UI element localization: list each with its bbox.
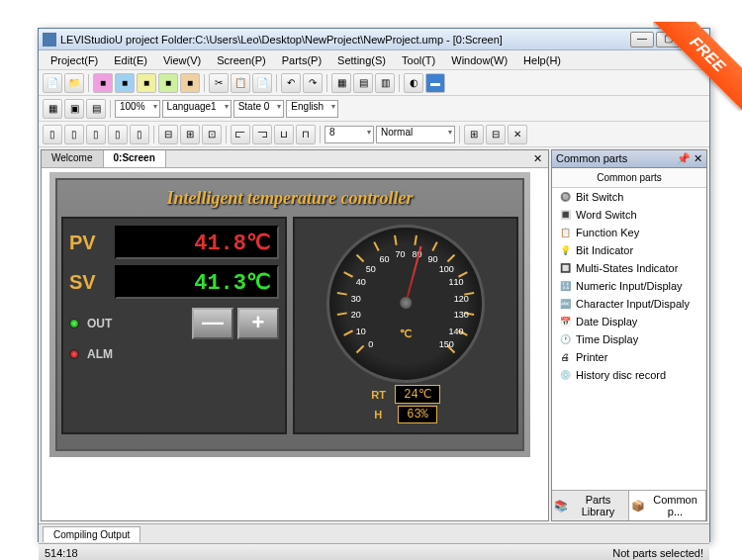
tool-icon[interactable]: ■ (180, 73, 200, 93)
align-icon[interactable]: ▯ (43, 125, 62, 144)
status-message: Not parts selected! (612, 547, 703, 559)
titlebar: LEVIStudioU project Folder:C:\Users\Leo\… (39, 29, 709, 50)
align-icon[interactable]: ⊔ (274, 125, 294, 144)
align-icon[interactable]: ⫎ (252, 125, 272, 144)
zoom-select[interactable]: 100% (115, 100, 160, 118)
tool-icon[interactable]: ▦ (331, 73, 351, 93)
part-item[interactable]: 🕐Time Display (552, 330, 706, 348)
tab-parts-library[interactable]: 📚Parts Library (552, 491, 629, 520)
align-icon[interactable]: ⊓ (296, 125, 316, 144)
align-icon[interactable]: ⊡ (202, 125, 222, 144)
new-icon[interactable]: 📄 (43, 73, 62, 93)
part-label: Date Display (576, 316, 637, 327)
tab-common-parts[interactable]: 📦Common p... (629, 491, 706, 520)
language-select[interactable]: Language1 (162, 100, 232, 118)
rt-display: 24℃ (395, 385, 439, 404)
redo-icon[interactable]: ↷ (303, 73, 323, 93)
panel-title: Common parts 📌 ✕ (552, 150, 706, 168)
state-select[interactable]: State 0 (233, 100, 285, 118)
tool-icon[interactable]: ▤ (86, 99, 106, 119)
locale-select[interactable]: English (286, 100, 338, 118)
part-label: Time Display (576, 333, 638, 345)
menu-project[interactable]: Project(F) (43, 52, 106, 68)
align-icon[interactable]: ⫍ (231, 125, 250, 144)
part-item[interactable]: 💡Bit Indicator (552, 241, 706, 259)
menu-edit[interactable]: Edit(E) (106, 52, 155, 68)
part-item[interactable]: 🔳Word Switch (552, 206, 706, 224)
part-item[interactable]: 🔢Numeric Input/Display (552, 277, 706, 295)
menu-tool[interactable]: Tool(T) (394, 52, 443, 68)
tool-icon[interactable]: ⊟ (486, 125, 506, 144)
window-title: LEVIStudioU project Folder:C:\Users\Leo\… (60, 34, 630, 46)
align-icon[interactable]: ▯ (64, 125, 84, 144)
gauge-tick-label: 110 (449, 277, 464, 287)
part-item[interactable]: 📅Date Display (552, 313, 706, 330)
open-icon[interactable]: 📁 (64, 73, 84, 93)
tool-icon[interactable]: ■ (137, 73, 156, 93)
minimize-button[interactable]: — (630, 32, 654, 47)
gauge-tick-label: 140 (449, 327, 464, 336)
gauge-tick-label: 90 (427, 254, 437, 264)
panel-pin-icon[interactable]: 📌 ✕ (677, 152, 702, 165)
tool-icon[interactable]: ■ (158, 73, 178, 93)
cut-icon[interactable]: ✂ (209, 73, 229, 93)
toolbar-main: 📄 📁 ■ ■ ■ ■ ■ ✂ 📋 📄 ↶ ↷ ▦ ▤ ▥ ◐ ▬ (39, 70, 709, 96)
minus-button[interactable]: — (192, 308, 233, 339)
tool-icon[interactable]: ■ (115, 73, 135, 93)
panel-header: Common parts (552, 168, 706, 188)
menu-setting[interactable]: Setting(S) (329, 52, 394, 68)
tab-compiling-output[interactable]: Compiling Output (43, 526, 140, 542)
statusbar: 514:18 Not parts selected! (39, 543, 709, 560)
tab-screen[interactable]: 0:Screen (104, 150, 166, 167)
tool-icon[interactable]: ■ (93, 73, 113, 93)
menu-window[interactable]: Window(W) (443, 52, 515, 68)
tool-icon[interactable]: ▤ (353, 73, 373, 93)
tool-icon[interactable]: ◐ (404, 73, 423, 93)
align-icon[interactable]: ⊞ (180, 125, 200, 144)
bottom-tabs: Compiling Output (39, 523, 709, 543)
alm-label: ALM (87, 347, 113, 361)
gauge-tick-label: 40 (356, 277, 366, 287)
sv-label: SV (69, 271, 109, 294)
undo-icon[interactable]: ↶ (281, 73, 301, 93)
tool-icon[interactable]: ▣ (64, 99, 84, 119)
part-label: Bit Indicator (576, 244, 633, 256)
menubar: Project(F) Edit(E) View(V) Screen(P) Par… (39, 50, 709, 70)
hmi-screen[interactable]: Intelligent temperature controller PV 41… (49, 172, 530, 457)
align-icon[interactable]: ▯ (130, 125, 149, 144)
tool-icon[interactable]: ⊞ (464, 125, 484, 144)
tool-icon[interactable]: ▦ (43, 99, 62, 119)
part-item[interactable]: 🔲Multi-States Indicator (552, 259, 706, 277)
gauge-tick-label: 120 (454, 294, 469, 304)
part-item[interactable]: 🔤Character Input/Dispaly (552, 295, 706, 313)
pv-display: 41.8℃ (115, 226, 279, 259)
part-item[interactable]: 📋Function Key (552, 224, 706, 241)
part-item[interactable]: 💿History disc record (552, 366, 706, 384)
h-display: 63% (398, 406, 437, 423)
tool-icon[interactable]: ▬ (425, 73, 445, 93)
menu-parts[interactable]: Parts(P) (274, 52, 329, 68)
copy-icon[interactable]: 📋 (231, 73, 250, 93)
menu-help[interactable]: Help(H) (515, 52, 569, 68)
align-icon[interactable]: ▯ (86, 125, 106, 144)
part-item[interactable]: 🖨Printer (552, 348, 706, 366)
gauge-tick-label: 0 (368, 339, 373, 349)
part-icon: 🖨 (558, 351, 572, 363)
tool-icon[interactable]: ✕ (508, 125, 527, 144)
menu-view[interactable]: View(V) (155, 52, 209, 68)
tool-icon[interactable]: ▥ (375, 73, 395, 93)
paste-icon[interactable]: 📄 (252, 73, 272, 93)
menu-screen[interactable]: Screen(P) (209, 52, 274, 68)
parts-list: 🔘Bit Switch🔳Word Switch📋Function Key💡Bit… (552, 188, 706, 490)
plus-button[interactable]: + (237, 308, 279, 339)
tab-welcome[interactable]: Welcome (42, 150, 104, 167)
font-size-select[interactable]: 8 (325, 126, 374, 143)
font-style-select[interactable]: Normal (376, 126, 455, 143)
part-icon: 📋 (558, 227, 572, 238)
part-icon: 💡 (558, 244, 572, 256)
align-icon[interactable]: ⊟ (158, 125, 178, 144)
align-icon[interactable]: ▯ (108, 125, 128, 144)
part-label: Word Switch (576, 209, 637, 221)
tab-close-icon[interactable]: ✕ (527, 150, 548, 167)
part-item[interactable]: 🔘Bit Switch (552, 188, 706, 206)
